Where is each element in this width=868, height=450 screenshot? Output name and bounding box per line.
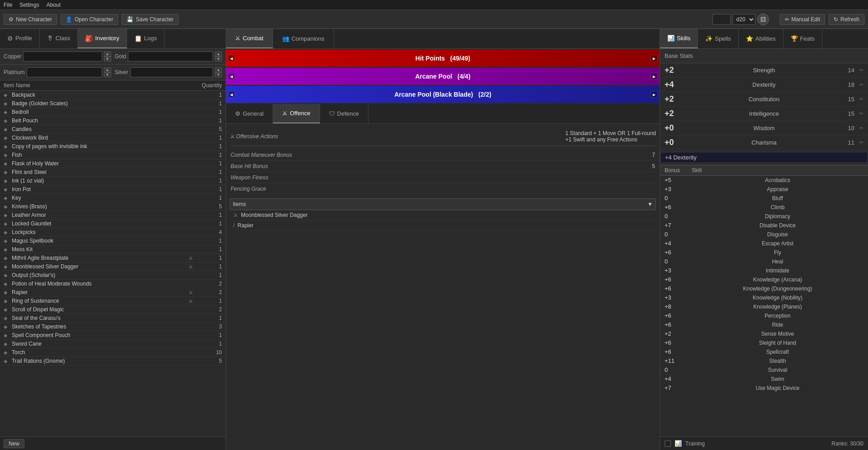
gold-input[interactable]: 919 [128, 52, 213, 61]
menu-file[interactable]: File [4, 2, 12, 8]
list-item[interactable]: ◈ Trail Rations (Gnome) 5 [0, 357, 226, 366]
new-character-button[interactable]: ⚙ New Character [4, 14, 57, 25]
skill-row[interactable]: +6 Ride [660, 320, 868, 329]
skill-row[interactable]: +8 Knowledge (Planes) [660, 302, 868, 311]
tab-skills[interactable]: 📊 Skills [660, 29, 698, 48]
hp-decrease-button[interactable]: ◄ [228, 73, 235, 80]
manual-edit-button[interactable]: ✏ Manual Edit [780, 14, 825, 25]
hp-bar[interactable]: ◄ Arcane Pool (Black Blade) (2/2) ► [226, 86, 660, 103]
stat-edit-icon[interactable]: ✏ [854, 96, 863, 102]
skill-row[interactable]: +4 Swim [660, 375, 868, 384]
stat-edit-icon[interactable]: ✏ [854, 140, 863, 145]
tab-profile[interactable]: ⚙ Profile [0, 29, 40, 48]
list-item[interactable]: ◈ Magus Spellbook 1 [0, 237, 226, 245]
hp-increase-button[interactable]: ► [651, 91, 658, 98]
skill-row[interactable]: +4 Escape Artist [660, 239, 868, 248]
hp-decrease-button[interactable]: ◄ [228, 55, 235, 62]
tab-inventory[interactable]: 🎒 Inventory [78, 29, 127, 48]
hp-increase-button[interactable]: ► [651, 73, 658, 80]
stat-edit-icon[interactable]: ✏ [854, 111, 863, 117]
hp-bar[interactable]: ◄ Hit Points (49/49) ► [226, 50, 660, 67]
dice-count-input[interactable]: 1 [712, 14, 731, 25]
training-checkbox[interactable] [665, 441, 671, 447]
platinum-input[interactable]: 0 [27, 67, 102, 77]
list-item[interactable]: ◈ Sword Cane 1 [0, 340, 226, 348]
list-item[interactable]: ◈ Mithril Agile Breastplate ⚔ 1 [0, 254, 226, 262]
skill-row[interactable]: 0 Survival [660, 366, 868, 375]
skill-row[interactable]: +3 Appraise [660, 185, 868, 194]
list-item[interactable]: ◈ Iron Pot 1 [0, 185, 226, 194]
list-item[interactable]: ◈ Output (Scholar's) 1 [0, 271, 226, 280]
tab-feats[interactable]: 🏆 Feats [783, 29, 823, 48]
silver-up[interactable]: ▲ [215, 67, 222, 72]
list-item[interactable]: ◈ Key 1 [0, 194, 226, 202]
skill-row[interactable]: +2 Sense Motive [660, 329, 868, 338]
copper-input[interactable]: 200 [23, 52, 102, 61]
tab-logs[interactable]: 📋 Logs [127, 29, 165, 48]
skill-row[interactable]: 0 Disguise [660, 230, 868, 239]
platinum-up[interactable]: ▲ [104, 67, 111, 72]
list-item[interactable]: ◈ Flint and Steel 1 [0, 168, 226, 177]
weapon-row[interactable]: / Rapier [230, 220, 656, 231]
list-item[interactable]: ◈ Clockwork Bird 1 [0, 134, 226, 142]
skill-row[interactable]: +6 Sleight of Hand [660, 338, 868, 347]
skill-row[interactable]: 0 Heal [660, 257, 868, 266]
items-header[interactable]: Items ▼ [230, 198, 656, 210]
list-item[interactable]: ◈ Fish 1 [0, 151, 226, 159]
list-item[interactable]: ◈ Flask of Holy Water 1 [0, 159, 226, 168]
open-character-button[interactable]: 👤 Open Character [61, 14, 118, 25]
list-item[interactable]: ◈ Ink (1 oz vial) 1 [0, 177, 226, 185]
roll-dice-button[interactable]: ⚄ [757, 14, 769, 25]
new-item-button[interactable]: New [4, 439, 24, 448]
refresh-button[interactable]: ↻ Refresh [829, 14, 864, 25]
list-item[interactable]: ◈ Rapier ⚔ 2 [0, 288, 226, 297]
tab-offence[interactable]: ⚔ Offence [273, 104, 320, 123]
list-item[interactable]: ◈ Scroll of Dispel Magic 2 [0, 305, 226, 314]
weapon-row[interactable]: ⚔ Moonblessed Silver Dagger [230, 210, 656, 220]
stat-edit-icon[interactable]: ✏ [854, 82, 863, 88]
skill-row[interactable]: 0 Bluff [660, 194, 868, 203]
list-item[interactable]: ◈ Leather Armor 1 [0, 211, 226, 220]
list-item[interactable]: ◈ Backpack 1 [0, 91, 226, 99]
silver-down[interactable]: ▼ [215, 72, 222, 77]
skill-row[interactable]: +6 Perception [660, 311, 868, 320]
menu-settings[interactable]: Settings [19, 2, 39, 8]
list-item[interactable]: ◈ Mess Kit 1 [0, 245, 226, 254]
skill-row[interactable]: +6 Spellcraft [660, 347, 868, 356]
menu-about[interactable]: About [47, 2, 61, 8]
list-item[interactable]: ◈ Spell Component Pouch 1 [0, 331, 226, 340]
item-name-header[interactable]: Item Name [4, 82, 186, 89]
stat-edit-icon[interactable]: ✏ [854, 67, 863, 73]
skill-row[interactable]: +7 Use Magic Device [660, 384, 868, 393]
hp-increase-button[interactable]: ► [651, 55, 658, 62]
list-item[interactable]: ◈ Badge (Golden Scales) 1 [0, 99, 226, 108]
list-item[interactable]: ◈ Lockpicks 4 [0, 228, 226, 237]
list-item[interactable]: ◈ Seal of the Carasu's 1 [0, 314, 226, 323]
list-item[interactable]: ◈ Copy of pages with invisible ink 1 [0, 142, 226, 151]
tab-general[interactable]: ⚙ General [226, 104, 273, 123]
skill-row[interactable]: +6 Fly [660, 248, 868, 257]
skill-row[interactable]: +6 Climb [660, 203, 868, 212]
list-item[interactable]: ◈ Moonblessed Silver Dagger ⚔ 1 [0, 262, 226, 271]
stat-edit-icon[interactable]: ✏ [854, 125, 863, 131]
list-item[interactable]: ◈ Belt Pouch 1 [0, 117, 226, 125]
silver-input[interactable]: 0 [130, 67, 213, 77]
skill-row[interactable]: 0 Diplomacy [660, 212, 868, 221]
hp-decrease-button[interactable]: ◄ [228, 91, 235, 98]
tab-companions[interactable]: 👥 Companions [273, 29, 334, 48]
skill-row[interactable]: +7 Disable Device [660, 221, 868, 230]
copper-up[interactable]: ▲ [104, 52, 111, 56]
list-item[interactable]: ◈ Candles 5 [0, 125, 226, 134]
tab-combat[interactable]: ⚔ Combat [226, 29, 273, 48]
save-character-button[interactable]: 💾 Save Character [122, 14, 178, 25]
list-item[interactable]: ◈ Potion of Heal Moderate Wounds 2 [0, 280, 226, 288]
dice-type-select[interactable]: d20d12d10d8d6d4 [732, 14, 755, 25]
list-item[interactable]: ◈ Sketches of Tapestries 3 [0, 323, 226, 331]
tab-class[interactable]: 🎖 Class [40, 29, 78, 48]
list-item[interactable]: ◈ Bedroll 1 [0, 108, 226, 117]
skill-row[interactable]: +5 Acrobatics [660, 176, 868, 185]
gold-down[interactable]: ▼ [215, 56, 222, 61]
skill-row[interactable]: +11 Stealth [660, 356, 868, 366]
tab-defence[interactable]: 🛡 Defence [320, 104, 368, 123]
copper-down[interactable]: ▼ [104, 56, 111, 61]
